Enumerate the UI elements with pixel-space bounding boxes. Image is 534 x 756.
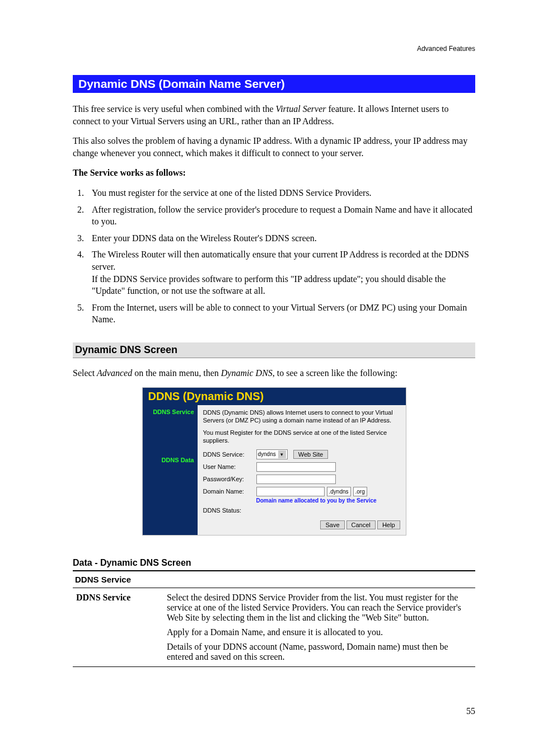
panel-description-1: DDNS (Dynamic DNS) allows Internet users… bbox=[203, 408, 400, 425]
page-header: Advanced Features bbox=[73, 45, 475, 53]
text: Apply for a Domain Name, and ensure it i… bbox=[167, 627, 472, 637]
text-emphasis: Dynamic DNS bbox=[221, 368, 273, 378]
select-value: dyndns bbox=[258, 451, 276, 457]
domain-part-a: .dyndns bbox=[327, 487, 351, 496]
domain-part-b: .org bbox=[353, 487, 367, 496]
nav-instruction: Select Advanced on the main menu, then D… bbox=[73, 367, 475, 379]
data-table-heading: Data - Dynamic DNS Screen bbox=[73, 558, 475, 568]
page-title: Dynamic DNS (Domain Name Server) bbox=[73, 75, 475, 93]
save-button[interactable]: Save bbox=[320, 520, 344, 529]
cancel-button[interactable]: Cancel bbox=[346, 520, 376, 529]
table-row-key: DDNS Service bbox=[73, 588, 163, 666]
text-emphasis: Advanced bbox=[97, 368, 132, 378]
ddns-config-panel: DDNS (Dynamic DNS) DDNS Service DDNS Dat… bbox=[142, 387, 406, 536]
website-button[interactable]: Web Site bbox=[293, 450, 328, 459]
side-label-service: DDNS Service bbox=[143, 408, 194, 415]
username-input[interactable] bbox=[256, 462, 336, 472]
text: Select the desired DDNS Service Provider… bbox=[167, 593, 472, 623]
side-label-data: DDNS Data bbox=[143, 457, 194, 463]
table-section-header: DDNS Service bbox=[73, 571, 475, 588]
text: This free service is very useful when co… bbox=[73, 104, 276, 114]
panel-title: DDNS (Dynamic DNS) bbox=[143, 388, 406, 405]
list-item: The Wireless Router will then automatica… bbox=[86, 248, 475, 297]
panel-description-2: You must Register for the DDNS service a… bbox=[203, 429, 400, 445]
text: on the main menu, then bbox=[132, 368, 221, 378]
data-table: DDNS Service DDNS Service Select the des… bbox=[73, 570, 475, 667]
list-item: You must register for the service at one… bbox=[86, 187, 475, 199]
domain-hint: Domain name allocated to you by the Serv… bbox=[256, 497, 400, 504]
list-item: After registration, follow the service p… bbox=[86, 204, 475, 228]
ddns-service-select[interactable]: dyndns ▾ bbox=[256, 449, 288, 459]
chevron-down-icon: ▾ bbox=[278, 450, 286, 458]
domain-input[interactable] bbox=[256, 487, 325, 496]
intro-paragraph-2: This also solves the problem of having a… bbox=[73, 135, 475, 159]
text-emphasis: Virtual Server bbox=[276, 104, 326, 114]
label-service: DDNS Service: bbox=[203, 451, 256, 458]
list-item: Enter your DDNS data on the Wireless Rou… bbox=[86, 232, 475, 245]
text: Details of your DDNS account (Name, pass… bbox=[167, 642, 472, 662]
label-status: DDNS Status: bbox=[203, 507, 256, 514]
text: Select bbox=[73, 368, 97, 378]
list-item: From the Internet, users will be able to… bbox=[86, 302, 475, 326]
password-input[interactable] bbox=[256, 475, 336, 484]
label-username: User Name: bbox=[203, 463, 256, 470]
works-heading: The Service works as follows: bbox=[73, 167, 475, 179]
text: , to see a screen like the following: bbox=[273, 368, 397, 378]
steps-list: You must register for the service at one… bbox=[73, 187, 475, 326]
help-button[interactable]: Help bbox=[377, 520, 400, 529]
intro-paragraph-1: This free service is very useful when co… bbox=[73, 103, 475, 127]
page-number: 55 bbox=[73, 706, 475, 716]
table-row-value: Select the desired DDNS Service Provider… bbox=[163, 588, 475, 666]
label-domain: Domain Name: bbox=[203, 488, 256, 495]
section-heading: Dynamic DNS Screen bbox=[73, 342, 475, 358]
label-password: Password/Key: bbox=[203, 476, 256, 482]
